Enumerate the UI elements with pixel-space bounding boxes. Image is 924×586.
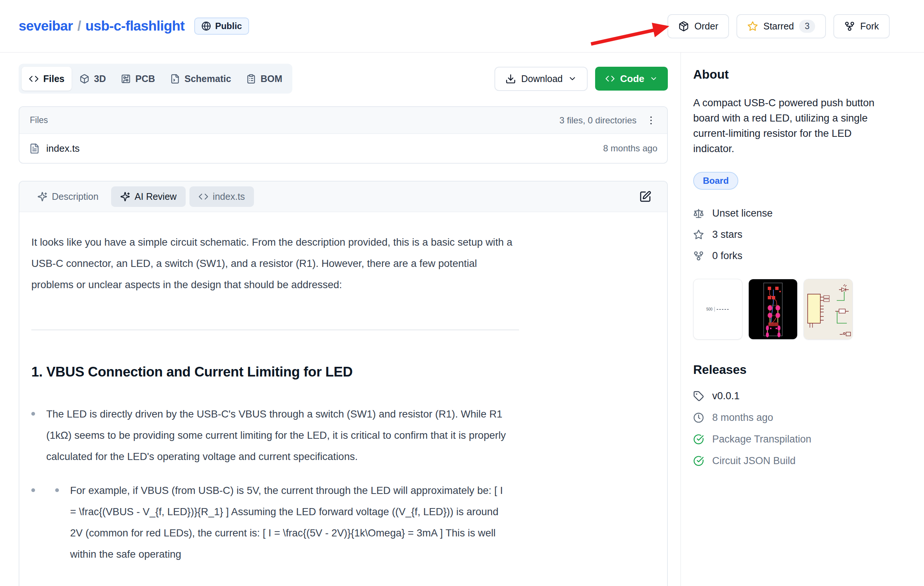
main-layout: Files 3D PCB Schematic <box>0 53 924 586</box>
repo-header: seveibar / usb-c-flashlight Public Order… <box>0 0 924 53</box>
view-tabs: Files 3D PCB Schematic <box>19 64 292 94</box>
tab-3d[interactable]: 3D <box>73 67 113 91</box>
preview-thumbnails: 500 <box>693 279 892 340</box>
thumbnail-caption: 500 <box>706 307 729 312</box>
about-title: About <box>693 67 892 82</box>
download-label: Download <box>521 73 563 84</box>
tab-bom-label: BOM <box>261 73 282 84</box>
breadcrumb: seveibar / usb-c-flashlight Public <box>19 18 249 35</box>
ai-review-content: It looks like you have a simple circuit … <box>20 212 521 565</box>
tab-files[interactable]: Files <box>21 67 72 91</box>
review-paragraph: It looks like you have a simple circuit … <box>31 232 521 295</box>
sidebar: About A compact USB-C powered push butto… <box>680 53 924 586</box>
globe-icon <box>201 21 211 31</box>
tab-pcb-label: PCB <box>135 73 155 84</box>
release-check-circuit-json: Circuit JSON Build <box>693 455 892 467</box>
stars-row: 3 stars <box>693 229 892 240</box>
release-check-label: Circuit JSON Build <box>712 455 796 467</box>
sparkles-icon <box>120 192 130 202</box>
stars-label: 3 stars <box>712 229 742 240</box>
check-circle-icon <box>693 456 704 466</box>
tab-schematic[interactable]: Schematic <box>163 67 238 91</box>
fork-button[interactable]: Fork <box>833 14 890 38</box>
repo-meta: Unset license 3 stars 0 forks <box>693 207 892 262</box>
fork-icon <box>844 21 855 32</box>
tab-description-label: Description <box>52 191 99 202</box>
release-version[interactable]: v0.0.1 <box>693 390 892 402</box>
code-icon <box>198 192 208 202</box>
header-actions: Order Starred 3 Fork <box>667 14 890 38</box>
toolbar-actions: Download Code <box>495 67 668 91</box>
download-button[interactable]: Download <box>495 67 587 91</box>
tag-icon <box>693 391 704 402</box>
pcb-preview-image <box>749 279 798 340</box>
file-name: index.ts <box>46 143 80 154</box>
chevron-down-icon <box>650 74 658 83</box>
sparkles-icon <box>37 192 47 202</box>
file-row[interactable]: index.ts 8 months ago <box>20 134 667 163</box>
kebab-menu-icon[interactable] <box>645 115 657 126</box>
divider <box>31 329 519 330</box>
thumbnail-pcb-view[interactable] <box>748 279 798 340</box>
schematic-preview-image <box>804 279 853 340</box>
schematic-file-icon <box>170 74 180 84</box>
release-age: 8 months ago <box>693 412 892 423</box>
list-item: For example, if VBUS (from USB-C) is 5V,… <box>46 480 512 565</box>
package-icon <box>678 21 689 32</box>
releases-title: Releases <box>693 363 892 377</box>
repo-link[interactable]: usb-c-flashlight <box>86 18 185 34</box>
order-label: Order <box>694 21 718 32</box>
review-list: The LED is directly driven by the USB-C'… <box>31 403 521 565</box>
files-panel-header: Files 3 files, 0 directories <box>20 107 667 134</box>
content-column: Files 3D PCB Schematic <box>0 53 680 586</box>
star-icon <box>747 21 758 32</box>
starred-label: Starred <box>763 21 794 32</box>
review-heading: 1. VBUS Connection and Current Limiting … <box>31 363 521 381</box>
tab-ai-review[interactable]: AI Review <box>111 186 186 207</box>
license-label: Unset license <box>712 207 772 219</box>
tab-description[interactable]: Description <box>28 186 107 207</box>
tab-files-label: Files <box>43 73 64 84</box>
thumbnail-3d-view[interactable]: 500 <box>693 279 742 340</box>
edit-icon[interactable] <box>639 191 652 203</box>
tab-bom[interactable]: BOM <box>239 67 289 91</box>
file-icon <box>29 143 40 154</box>
file-updated: 8 months ago <box>603 143 657 153</box>
forks-label: 0 forks <box>712 250 742 262</box>
code-icon <box>605 74 615 84</box>
check-circle-icon <box>693 434 704 445</box>
code-button[interactable]: Code <box>595 67 668 91</box>
tab-pcb[interactable]: PCB <box>114 67 162 91</box>
tab-3d-label: 3D <box>94 73 106 84</box>
tab-ai-review-label: AI Review <box>135 191 177 202</box>
star-count-badge: 3 <box>799 20 815 33</box>
files-panel-title: Files <box>30 115 48 125</box>
about-description: A compact USB-C powered push button boar… <box>693 95 891 156</box>
download-icon <box>505 73 516 84</box>
page-title: seveibar / usb-c-flashlight <box>19 18 185 34</box>
license-row: Unset license <box>693 207 892 219</box>
viewer-tabs: Description AI Review index.ts <box>20 181 667 212</box>
scales-icon <box>693 208 704 219</box>
list-item: For example, if VBUS (from USB-C) is 5V,… <box>70 480 512 565</box>
code-icon <box>29 74 39 84</box>
tab-schematic-label: Schematic <box>185 73 231 84</box>
thumbnail-schematic-view[interactable] <box>804 279 853 340</box>
clipboard-list-icon <box>246 74 256 84</box>
release-age-label: 8 months ago <box>712 412 773 423</box>
releases-section: Releases v0.0.1 8 months ago Package Tra… <box>693 363 892 467</box>
visibility-badge: Public <box>194 18 249 35</box>
star-outline-icon <box>693 229 704 240</box>
list-item: The LED is directly driven by the USB-C'… <box>46 403 512 467</box>
order-button[interactable]: Order <box>667 14 729 38</box>
files-summary: 3 files, 0 directories <box>559 115 637 126</box>
starred-button[interactable]: Starred 3 <box>736 14 826 38</box>
repo-page: seveibar / usb-c-flashlight Public Order… <box>0 0 924 586</box>
board-tag[interactable]: Board <box>693 172 738 190</box>
chevron-down-icon <box>568 74 577 83</box>
owner-link[interactable]: seveibar <box>19 18 73 34</box>
circuit-board-icon <box>121 74 131 84</box>
tab-index-ts[interactable]: index.ts <box>190 186 254 207</box>
fork-icon <box>693 250 704 261</box>
breadcrumb-separator: / <box>73 18 86 34</box>
